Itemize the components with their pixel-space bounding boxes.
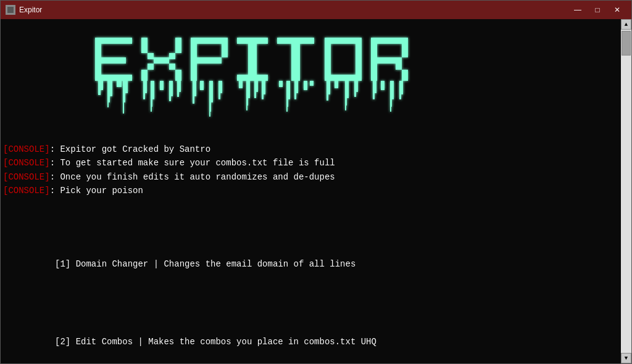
- svg-rect-74: [345, 81, 349, 98]
- svg-rect-70: [356, 38, 362, 81]
- svg-rect-54: [246, 98, 248, 105]
- window-controls: — □ ✕: [568, 4, 626, 16]
- console-tag-1: [CONSOLE]: [3, 143, 50, 156]
- svg-rect-16: [141, 38, 148, 53]
- console-tag-4: [CONSOLE]: [3, 184, 50, 197]
- svg-rect-93: [390, 107, 391, 112]
- svg-rect-79: [345, 105, 346, 110]
- main-area: [CONSOLE]: Expitor got Cracked by Santro…: [1, 19, 631, 363]
- menu-item-1[interactable]: [1] Domain Changer | Changes the email d…: [3, 241, 621, 288]
- svg-rect-60: [279, 81, 283, 87]
- svg-rect-10: [98, 90, 101, 95]
- svg-rect-81: [377, 38, 402, 44]
- svg-rect-58: [277, 38, 314, 44]
- app-window: Expitor — □ ✕: [0, 0, 632, 364]
- svg-rect-32: [169, 96, 171, 101]
- svg-rect-15: [123, 109, 124, 114]
- svg-rect-31: [151, 99, 152, 107]
- svg-rect-52: [254, 81, 258, 92]
- svg-rect-72: [326, 81, 330, 94]
- svg-rect-80: [371, 38, 377, 81]
- svg-rect-9: [123, 81, 128, 93]
- console-text-2: : To get started make sure your combos.t…: [50, 156, 335, 170]
- svg-rect-1: [7, 7, 14, 13]
- svg-rect-42: [218, 81, 222, 93]
- scroll-track[interactable]: [621, 30, 631, 353]
- svg-rect-57: [246, 105, 247, 110]
- menu-number-2: [2]: [55, 337, 70, 347]
- svg-rect-6: [98, 81, 103, 90]
- close-button[interactable]: ✕: [608, 4, 626, 16]
- svg-rect-18: [148, 53, 154, 59]
- maximize-button[interactable]: □: [588, 4, 607, 16]
- console-text-4: : Pick your poison: [50, 184, 143, 197]
- console-tag-3: [CONSOLE]: [3, 170, 50, 184]
- svg-rect-25: [143, 81, 147, 93]
- svg-rect-28: [169, 81, 173, 96]
- svg-rect-27: [160, 81, 164, 90]
- svg-rect-90: [373, 93, 375, 99]
- svg-rect-14: [123, 102, 124, 109]
- window-title: Expitor: [19, 6, 42, 14]
- svg-rect-56: [262, 94, 264, 99]
- svg-rect-35: [191, 38, 197, 81]
- title-bar: Expitor — □ ✕: [1, 1, 631, 19]
- svg-rect-64: [310, 81, 314, 86]
- console-line-2: [CONSOLE]: To get started make sure your…: [3, 156, 621, 170]
- svg-rect-22: [169, 64, 175, 70]
- scroll-up-button[interactable]: ▲: [621, 19, 631, 30]
- svg-rect-50: [239, 81, 243, 88]
- console-tag-2: [CONSOLE]: [3, 156, 50, 170]
- scroll-down-button[interactable]: ▼: [621, 353, 631, 363]
- logo-area: [1, 19, 621, 136]
- svg-rect-46: [209, 112, 210, 117]
- scroll-thumb[interactable]: [622, 31, 631, 56]
- svg-rect-41: [209, 81, 213, 102]
- svg-rect-29: [177, 81, 181, 92]
- svg-rect-91: [390, 99, 392, 107]
- svg-rect-7: [107, 81, 112, 96]
- svg-rect-23: [141, 70, 148, 81]
- svg-rect-19: [169, 53, 175, 59]
- svg-rect-76: [326, 94, 328, 101]
- menu-label-2: Edit Combos | Makes the combos you place…: [70, 337, 376, 347]
- svg-rect-47: [237, 38, 268, 44]
- svg-rect-92: [399, 94, 401, 99]
- menu-item-2[interactable]: [2] Edit Combos | Makes the combos you p…: [3, 319, 621, 363]
- console-line-4: [CONSOLE]: Pick your poison: [3, 184, 621, 197]
- svg-rect-87: [381, 81, 385, 90]
- title-bar-left: Expitor: [6, 5, 42, 15]
- svg-rect-37: [222, 38, 228, 57]
- svg-rect-67: [286, 107, 288, 112]
- menu-options: [1] Domain Changer | Changes the email d…: [1, 198, 621, 363]
- svg-rect-26: [151, 81, 154, 99]
- svg-rect-88: [390, 81, 394, 99]
- svg-rect-20: [154, 57, 169, 64]
- svg-rect-78: [354, 92, 356, 97]
- svg-rect-17: [175, 38, 181, 53]
- app-icon: [6, 5, 15, 15]
- svg-rect-51: [246, 81, 250, 98]
- scrollbar: ▲ ▼: [621, 19, 631, 363]
- minimize-button[interactable]: —: [568, 4, 587, 16]
- svg-rect-38: [197, 57, 222, 64]
- menu-number-1: [1]: [55, 259, 70, 269]
- svg-rect-63: [304, 81, 307, 90]
- svg-rect-8: [117, 81, 122, 87]
- console-output: [CONSOLE]: Expitor got Cracked by Santro…: [1, 136, 621, 198]
- svg-rect-86: [373, 81, 376, 93]
- svg-rect-4: [95, 57, 126, 64]
- svg-rect-82: [402, 38, 408, 57]
- svg-rect-62: [294, 81, 298, 93]
- svg-rect-30: [143, 93, 145, 99]
- svg-rect-5: [95, 75, 132, 81]
- svg-rect-65: [286, 99, 288, 107]
- console-line-1: [CONSOLE]: Expitor got Cracked by Santro: [3, 143, 621, 156]
- svg-rect-43: [193, 96, 194, 104]
- svg-rect-49: [237, 75, 268, 81]
- svg-rect-48: [248, 44, 257, 75]
- console-text-1: : Expitor got Cracked by Santro: [50, 143, 210, 156]
- svg-rect-85: [402, 70, 408, 81]
- svg-rect-55: [254, 92, 256, 98]
- svg-rect-34: [151, 107, 152, 112]
